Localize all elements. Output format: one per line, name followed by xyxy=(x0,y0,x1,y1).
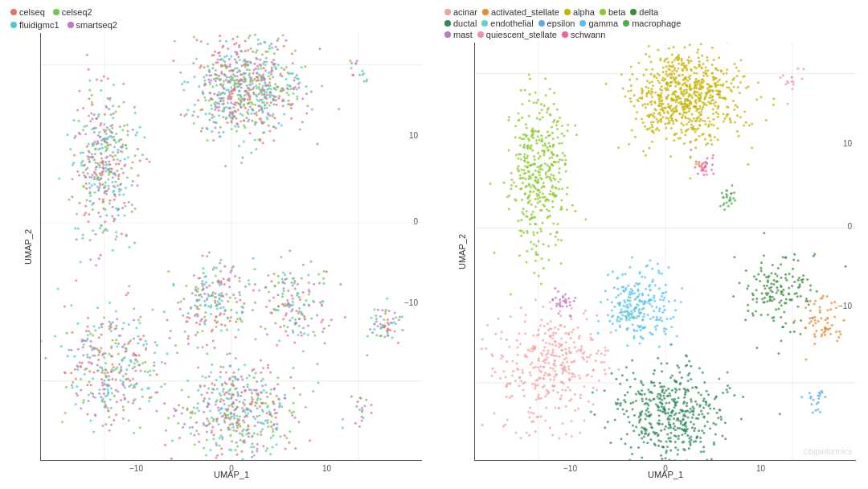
fluidigmc1-dot xyxy=(10,22,17,28)
delta-dot xyxy=(630,9,637,15)
left-x-tick-0: 0 xyxy=(229,464,234,473)
legend-item-beta: beta xyxy=(600,7,625,17)
endothelial-dot xyxy=(481,20,488,27)
legend-item-alpha: alpha xyxy=(564,7,595,17)
watermark: ⊙bipinformics xyxy=(803,447,852,456)
endothelial-label: endothelial xyxy=(490,18,533,28)
alpha-label: alpha xyxy=(573,7,595,17)
legend-item-fluidigmc1: fluidigmc1 xyxy=(10,20,59,30)
legend-item-acinar: acinar xyxy=(444,7,477,17)
legend-item-delta: delta xyxy=(630,7,658,17)
gamma-dot xyxy=(579,20,586,27)
legend-item-endothelial: endothelial xyxy=(481,18,533,28)
activated-stellate-label: activated_stellate xyxy=(491,7,559,17)
legend-item-epsilon: epsilon xyxy=(538,18,575,28)
beta-label: beta xyxy=(608,7,625,17)
left-y-axis-label: UMAP_2 xyxy=(23,228,33,264)
right-x-tick-10: 10 xyxy=(756,464,765,473)
legend-item-smartseq2: smartseq2 xyxy=(68,20,117,30)
legend-item-schwann: schwann xyxy=(562,30,605,39)
legend-item-ductal: ductal xyxy=(444,18,477,28)
legend-item-gamma: gamma xyxy=(579,18,618,28)
right-scatter-canvas xyxy=(475,43,856,460)
quiescent-stellate-label: quiescent_stellate xyxy=(486,30,557,39)
schwann-dot xyxy=(562,31,568,38)
celseq-label: celseq xyxy=(19,7,45,17)
legend-item-macrophage: macrophage xyxy=(623,18,681,28)
legend-item-quiescent-stellate: quiescent_stellate xyxy=(477,30,557,39)
left-legend: celseq celseq2 fluidigmc1 smartseq2 xyxy=(4,4,430,33)
left-panel: celseq celseq2 fluidigmc1 smartseq2 UMAP… xyxy=(0,0,434,489)
right-plot-area: UMAP_2 UMAP_1 −10 0 10 −10 0 10 ⊙bipinfo… xyxy=(474,43,856,461)
macrophage-label: macrophage xyxy=(632,18,681,28)
legend-item-mast: mast xyxy=(444,30,473,39)
celseq-dot xyxy=(10,9,17,15)
smartseq2-dot xyxy=(68,22,74,28)
main-container: celseq celseq2 fluidigmc1 smartseq2 UMAP… xyxy=(0,0,868,489)
celseq2-dot xyxy=(53,9,59,15)
left-scatter-canvas xyxy=(41,33,422,460)
right-x-tick-minus10: −10 xyxy=(563,464,577,473)
alpha-dot xyxy=(564,9,571,15)
left-x-tick-minus10: −10 xyxy=(129,464,143,473)
epsilon-dot xyxy=(538,20,545,27)
left-plot-area: UMAP_2 UMAP_1 −10 0 10 −10 0 10 xyxy=(40,33,422,461)
mast-label: mast xyxy=(453,30,473,39)
legend-item-activated-stellate: activated_stellate xyxy=(482,7,559,17)
right-y-axis-label: UMAP_2 xyxy=(457,233,467,269)
beta-dot xyxy=(600,9,606,15)
right-legend: acinar activated_stellate alpha beta del… xyxy=(438,4,864,43)
legend-item-celseq2: celseq2 xyxy=(53,7,92,17)
ductal-dot xyxy=(444,20,451,27)
delta-label: delta xyxy=(639,7,658,17)
smartseq2-label: smartseq2 xyxy=(76,20,117,30)
mast-dot xyxy=(444,31,451,38)
legend-item-celseq: celseq xyxy=(10,7,45,17)
celseq2-label: celseq2 xyxy=(62,7,92,17)
acinar-dot xyxy=(444,9,451,15)
macrophage-dot xyxy=(623,20,629,27)
activated-stellate-dot xyxy=(482,9,489,15)
ductal-label: ductal xyxy=(453,18,477,28)
fluidigmc1-label: fluidigmc1 xyxy=(19,20,59,30)
acinar-label: acinar xyxy=(453,7,477,17)
gamma-label: gamma xyxy=(588,18,618,28)
right-x-tick-0: 0 xyxy=(663,464,668,473)
right-panel: acinar activated_stellate alpha beta del… xyxy=(434,0,868,489)
schwann-label: schwann xyxy=(571,30,605,39)
epsilon-label: epsilon xyxy=(547,18,575,28)
left-x-tick-10: 10 xyxy=(322,464,331,473)
quiescent-stellate-dot xyxy=(477,31,484,38)
